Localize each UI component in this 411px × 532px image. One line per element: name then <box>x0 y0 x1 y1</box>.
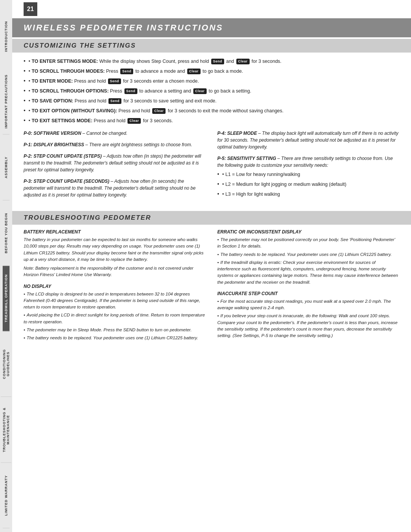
text-save-option-mid: for 3 seconds to save setting and exit m… <box>123 98 217 104</box>
setting-p3: P-3: STEP COUNT UPDATE (SECONDS) – Adjus… <box>24 178 206 198</box>
text-scroll-options-mid: to advance a setting and <box>139 88 191 94</box>
key-clear-5: Clear <box>127 118 141 124</box>
trouble-erratic-item-2: The battery needs to be replaced. Your p… <box>217 251 400 258</box>
bullet-enter-settings: • TO ENTER SETTINGS MODE: While the disp… <box>24 57 400 65</box>
troubleshooting-content: Battery Replacement The battery in your … <box>12 228 411 354</box>
text-scroll-options-before: Press <box>110 88 122 94</box>
sidebar: Introduction Important Precautions Assem… <box>0 0 12 532</box>
bullet-save-option: • TO SAVE OPTION: Press and hold Send fo… <box>24 97 400 105</box>
trouble-erratic-title: Erratic Or Inconsistent Display <box>217 229 400 235</box>
sidebar-item-troubleshooting[interactable]: Troubleshooting & Maintenance <box>1 397 11 463</box>
page-title: Wireless Pedometer Instructions <box>24 23 400 33</box>
page-number: 21 <box>24 2 37 16</box>
key-clear-1: Clear <box>236 59 250 65</box>
trouble-no-display-item-1: The LCD display is designed to be used i… <box>24 291 206 311</box>
trouble-battery-note: Note: Battery replacement is the respons… <box>24 265 206 278</box>
trouble-erratic: Erratic Or Inconsistent Display The pedo… <box>217 229 400 286</box>
sidebar-item-before-begin[interactable]: Before You Begin <box>3 200 10 266</box>
trouble-erratic-list: The pedometer may not be positioned corr… <box>217 236 400 286</box>
section1-header: Customizing The Settings <box>12 39 411 53</box>
text-exit-nosave-before: Press and hold <box>118 108 150 113</box>
sidebar-item-warranty[interactable]: Limited Warranty <box>3 463 10 528</box>
sidebar-item-assembly[interactable]: Assembly <box>3 135 10 200</box>
bullet-exit-settings: • TO EXIT SETTINGS MODE: Press and hold … <box>24 117 400 125</box>
sidebar-item-precautions[interactable]: Important Precautions <box>3 69 10 134</box>
p5-sub-bullets: •L1 = Low for heavy running/walking •L2 … <box>217 170 400 198</box>
p4-title: P-4: SLEEP MODE <box>217 131 257 136</box>
text-enter-settings-after: for 3 seconds. <box>252 59 282 64</box>
text-scroll-options-after: to go back a setting. <box>209 88 251 94</box>
key-send-4: Send <box>124 88 137 94</box>
trouble-inaccurate-item-1: For the most accurate step count reading… <box>217 298 400 312</box>
sidebar-item-conditioning[interactable]: Conditioning Guidelines <box>1 331 11 397</box>
p3-title: P-3: STEP COUNT UPDATE (SECONDS) <box>24 179 109 184</box>
bullet-enter-mode: • TO ENTER MODE: Press and hold Send for… <box>24 77 400 85</box>
text-enter-settings-mid: and <box>226 59 234 64</box>
trouble-battery-title: Battery Replacement <box>24 229 206 235</box>
trouble-right-col: Erratic Or Inconsistent Display The pedo… <box>217 229 400 347</box>
setting-p0: P-0: SOFTWARE VERSION – Cannot be change… <box>24 130 206 137</box>
p1-text: – There are eight brightness settings to… <box>85 142 192 147</box>
text-scroll-modes-after: to go back a mode. <box>202 69 243 74</box>
bullet-scroll-options: • TO SCROLL THROUGH OPTIONS: Press Send … <box>24 87 400 95</box>
trouble-left-col: Battery Replacement The battery in your … <box>24 229 206 347</box>
setting-p2: P-2: STEP COUNT UPDATE (STEPS) – Adjusts… <box>24 153 206 173</box>
page-number-area: 21 <box>12 0 411 18</box>
text-save-option-before: Press and hold <box>75 98 106 104</box>
sidebar-item-introduction[interactable]: Introduction <box>3 4 10 69</box>
label-enter-settings: TO ENTER SETTINGS MODE: <box>32 59 98 64</box>
section2-title: Troubleshooting Pedometer <box>24 214 400 222</box>
trouble-inaccurate-title: Inaccurate Step Count <box>217 291 400 296</box>
label-exit-without-saving: TO EXIT OPTION (WITHOUT SAVING): <box>32 108 117 113</box>
p5-bullet-2: •L2 = Medium for light jogging or medium… <box>217 180 400 188</box>
trouble-no-display: No Display The LCD display is designed t… <box>24 284 206 342</box>
p5-title: P-5: SENSITIVITY SETTING <box>217 156 276 161</box>
trouble-two-col: Battery Replacement The battery in your … <box>24 229 400 347</box>
p1-title: P-1: DISPLAY BRIGHTNESS <box>24 142 84 147</box>
text-exit-settings-mid: for 3 seconds. <box>143 118 173 123</box>
key-clear-4: Clear <box>152 108 166 114</box>
trouble-inaccurate: Inaccurate Step Count For the most accur… <box>217 291 400 339</box>
label-exit-settings: TO EXIT SETTINGS MODE: <box>32 118 92 123</box>
text-exit-nosave-mid: for 3 seconds to exit the mode without s… <box>168 108 284 113</box>
section2-header: Troubleshooting Pedometer <box>12 211 411 225</box>
sidebar-item-treadmill-operation[interactable]: Treadmill Operation <box>3 266 10 331</box>
text-enter-settings-before: While the display shows Step Count, pres… <box>99 59 209 64</box>
label-save-option: TO SAVE OPTION: <box>32 98 73 104</box>
trouble-battery: Battery Replacement The battery in your … <box>24 229 206 278</box>
bullet-scroll-modes: • TO SCROLL THROUGH MODES: Press Send to… <box>24 67 400 75</box>
main-content: 21 Wireless Pedometer Instructions Custo… <box>12 0 411 532</box>
key-send-5: Send <box>108 98 121 104</box>
settings-bullets-list: • TO ENTER SETTINGS MODE: While the disp… <box>24 57 400 125</box>
text-enter-mode-before: Press and hold <box>74 78 106 84</box>
settings-content: • TO ENTER SETTINGS MODE: While the disp… <box>12 56 411 211</box>
trouble-no-display-item-2: Avoid placing the LCD in direct sunlight… <box>24 312 206 325</box>
text-exit-settings-before: Press and hold <box>94 118 125 123</box>
trouble-no-display-item-3: The pedometer may be in Sleep Mode. Pres… <box>24 327 206 333</box>
trouble-no-display-list: The LCD display is designed to be used i… <box>24 291 206 342</box>
label-enter-mode: TO ENTER MODE: <box>32 78 73 84</box>
setting-p1: P-1: DISPLAY BRIGHTNESS – There are eigh… <box>24 141 206 148</box>
label-scroll-modes: TO SCROLL THROUGH MODES: <box>32 69 105 74</box>
key-send-2: Send <box>120 69 133 75</box>
trouble-inaccurate-item-2: If you believe your step count is innacu… <box>217 313 400 339</box>
text-scroll-modes-before: Press <box>106 69 118 74</box>
trouble-no-display-item-4: The battery needs to be replaced. Your p… <box>24 335 206 341</box>
text-enter-mode-mid: for 3 seconds enter a chosen mode. <box>123 78 199 84</box>
bullet-exit-without-saving: • TO EXIT OPTION (WITHOUT SAVING): Press… <box>24 107 400 115</box>
page-header: Wireless Pedometer Instructions <box>12 18 411 37</box>
p5-bullet-1: •L1 = Low for heavy running/walking <box>217 170 400 178</box>
p2-title: P-2: STEP COUNT UPDATE (STEPS) <box>24 153 102 159</box>
settings-right-col: P-4: SLEEP MODE – The display back light… <box>217 130 400 203</box>
trouble-no-display-title: No Display <box>24 284 206 289</box>
key-clear-2: Clear <box>187 69 201 75</box>
key-clear-3: Clear <box>193 88 207 94</box>
p0-title: P-0: SOFTWARE VERSION <box>24 131 81 136</box>
trouble-battery-text: The battery in your pedometer can be exp… <box>24 236 206 263</box>
trouble-inaccurate-list: For the most accurate step count reading… <box>217 298 400 339</box>
key-send-1: Send <box>211 59 224 65</box>
trouble-erratic-item-3: If the treadmill display is erratic: Che… <box>217 259 400 286</box>
settings-two-col: P-0: SOFTWARE VERSION – Cannot be change… <box>24 130 400 203</box>
trouble-erratic-item-1: The pedometer may not be positioned corr… <box>217 236 400 250</box>
settings-left-col: P-0: SOFTWARE VERSION – Cannot be change… <box>24 130 206 203</box>
